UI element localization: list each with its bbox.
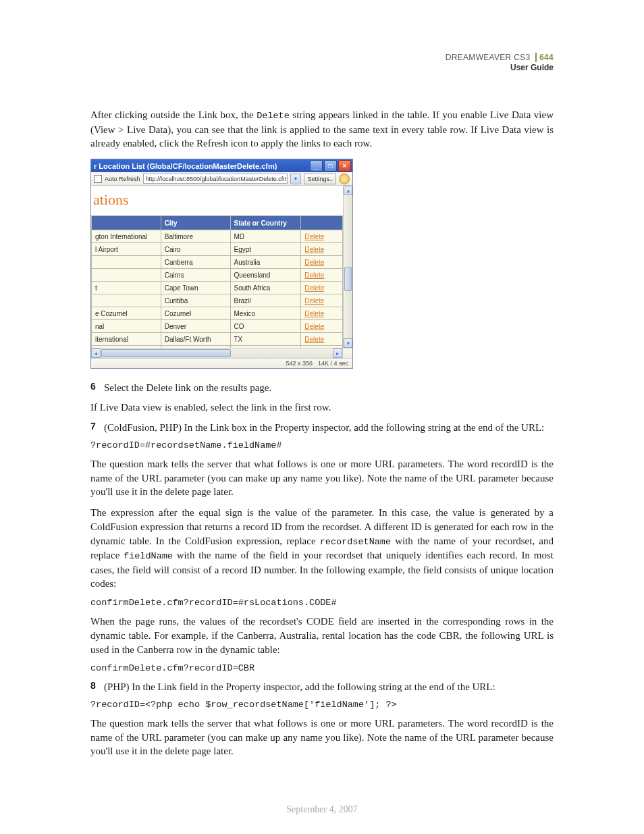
scroll-up-icon[interactable]: ▴ bbox=[344, 186, 352, 195]
code-recordid-cf: ?recordID=#recordsetName.fieldName# bbox=[90, 440, 554, 450]
vertical-scrollbar[interactable]: ▴ ▾ bbox=[343, 186, 352, 348]
table-cell: Baltimore bbox=[161, 230, 230, 243]
table-cell: e Cozumel bbox=[92, 307, 161, 320]
settings-button[interactable]: Settings.. bbox=[304, 174, 336, 184]
code-confirm-delete-cbr: confirmDelete.cfm?recordID=CBR bbox=[90, 663, 554, 673]
step-6-followup: If Live Data view is enabled, select the… bbox=[90, 400, 554, 415]
table-cell: gton International bbox=[92, 230, 161, 243]
table-cell: MD bbox=[230, 230, 301, 243]
table-cell: Cairns bbox=[161, 269, 230, 282]
delete-cell: Delete bbox=[301, 320, 343, 333]
table-cell: Cairo bbox=[161, 243, 230, 256]
dropdown-icon[interactable]: ▾ bbox=[290, 174, 301, 184]
table-header-row: City State or Country bbox=[92, 216, 343, 230]
table-row: nalDenverCODelete bbox=[92, 320, 343, 333]
scroll-thumb[interactable] bbox=[344, 267, 352, 291]
delete-link[interactable]: Delete bbox=[304, 323, 324, 330]
para-expression: The expression after the equal sign is t… bbox=[90, 506, 554, 591]
table-cell: Australia bbox=[230, 256, 301, 269]
footer-date: September 4, 2007 bbox=[0, 804, 644, 815]
table-cell bbox=[92, 294, 161, 307]
table-row: CairnsQueenslandDelete bbox=[92, 269, 343, 282]
delete-cell: Delete bbox=[301, 243, 343, 256]
url-input[interactable]: http://localhost:8500/global/locationMas… bbox=[143, 174, 288, 184]
scroll-down-icon[interactable]: ▾ bbox=[344, 338, 352, 348]
live-data-toolbar: Auto Refresh http://localhost:8500/globa… bbox=[91, 172, 352, 186]
para-qmark-1: The question mark tells the server that … bbox=[90, 457, 554, 499]
delete-link[interactable]: Delete bbox=[304, 246, 324, 253]
code-recordid-php: ?recordID=<?php echo $row_recordsetName[… bbox=[90, 700, 554, 710]
resize-grip[interactable] bbox=[342, 348, 352, 358]
col-name bbox=[92, 216, 161, 230]
page-header: DREAMWEAVER CS3 644 User Guide bbox=[90, 53, 554, 74]
status-dimensions: 542 x 356 bbox=[286, 360, 313, 367]
delete-link[interactable]: Delete bbox=[304, 310, 324, 317]
table-cell: Egypt bbox=[230, 243, 301, 256]
table-cell: Cozumel bbox=[161, 307, 230, 320]
table-cell: South Africa bbox=[230, 282, 301, 294]
delete-link[interactable]: Delete bbox=[304, 297, 324, 305]
table-cell: Denver bbox=[161, 320, 230, 333]
para-qmark-2: The question mark tells the server that … bbox=[90, 716, 554, 758]
table-cell: Cape Town bbox=[161, 282, 230, 294]
col-state: State or Country bbox=[230, 216, 301, 230]
table-cell bbox=[92, 256, 161, 269]
locations-table: City State or Country gton International… bbox=[91, 215, 343, 348]
page-section-title: ations bbox=[91, 186, 343, 215]
table-row: iternationalDallas/Ft WorthTXDelete bbox=[92, 333, 343, 346]
delete-link[interactable]: Delete bbox=[304, 259, 324, 266]
horizontal-scrollbar[interactable]: ◂ ▸ bbox=[91, 348, 352, 358]
table-cell: t bbox=[92, 282, 161, 294]
table-row: gton InternationalBaltimoreMDDelete bbox=[92, 230, 343, 243]
delete-link[interactable]: Delete bbox=[304, 233, 324, 240]
table-cell: TX bbox=[230, 333, 301, 346]
product-name: DREAMWEAVER CS3 bbox=[446, 53, 531, 62]
step-7: 7 (ColdFusion, PHP) In the Link box in t… bbox=[90, 421, 554, 435]
table-cell: nal bbox=[92, 320, 161, 333]
step-8: 8 (PHP) In the Link field in the Propert… bbox=[90, 680, 554, 694]
table-row: tCape TownSouth AfricaDelete bbox=[92, 282, 343, 294]
table-row: l AirportCairoEgyptDelete bbox=[92, 243, 343, 256]
table-cell: Curitiba bbox=[161, 294, 230, 307]
table-cell bbox=[92, 346, 161, 348]
table-row: CanberraAustraliaDelete bbox=[92, 256, 343, 269]
maximize-icon[interactable]: □ bbox=[324, 160, 337, 172]
delete-cell: Delete bbox=[301, 269, 343, 282]
table-cell: Canberra bbox=[161, 256, 230, 269]
scroll-right-icon[interactable]: ▸ bbox=[333, 348, 342, 358]
step-6: 6 Select the Delete link on the results … bbox=[90, 381, 554, 395]
table-row: Buenos AiresArgentinaDelete bbox=[92, 346, 343, 348]
table-row: CuritibaBrazilDelete bbox=[92, 294, 343, 307]
delete-cell: Delete bbox=[301, 230, 343, 243]
table-cell: CO bbox=[230, 320, 301, 333]
delete-link[interactable]: Delete bbox=[304, 284, 324, 292]
table-cell: l Airport bbox=[92, 243, 161, 256]
delete-cell: Delete bbox=[301, 294, 343, 307]
delete-cell: Delete bbox=[301, 282, 343, 294]
col-city: City bbox=[161, 216, 230, 230]
user-guide-label: User Guide bbox=[510, 63, 554, 72]
window-title: r Location List (GlobalCF/locationMaster… bbox=[94, 162, 310, 170]
delete-cell: Delete bbox=[301, 256, 343, 269]
delete-link[interactable]: Delete bbox=[304, 336, 324, 343]
window-titlebar: r Location List (GlobalCF/locationMaster… bbox=[91, 159, 352, 172]
para-when-runs: When the page runs, the values of the re… bbox=[90, 615, 554, 656]
status-time: 14K / 4 sec bbox=[318, 360, 348, 367]
scroll-left-icon[interactable]: ◂ bbox=[91, 348, 101, 358]
intro-paragraph: After clicking outside the Link box, the… bbox=[90, 108, 554, 151]
auto-refresh-checkbox[interactable] bbox=[94, 175, 102, 183]
table-cell: Buenos Aires bbox=[161, 346, 230, 348]
status-bar: 542 x 356 14K / 4 sec bbox=[91, 358, 352, 368]
minimize-icon[interactable]: _ bbox=[310, 160, 323, 172]
table-cell: Queensland bbox=[230, 269, 301, 282]
code-confirm-delete-cf: confirmDelete.cfm?recordID=#rsLocations.… bbox=[90, 598, 554, 608]
auto-refresh-label: Auto Refresh bbox=[105, 176, 140, 182]
close-icon[interactable]: × bbox=[338, 160, 351, 172]
table-cell: Brazil bbox=[230, 294, 301, 307]
delete-cell: Delete bbox=[301, 307, 343, 320]
refresh-icon[interactable] bbox=[339, 174, 350, 184]
hscroll-thumb[interactable] bbox=[101, 349, 231, 357]
table-cell: Mexico bbox=[230, 307, 301, 320]
delete-link[interactable]: Delete bbox=[304, 271, 324, 279]
table-cell: Dallas/Ft Worth bbox=[161, 333, 230, 346]
